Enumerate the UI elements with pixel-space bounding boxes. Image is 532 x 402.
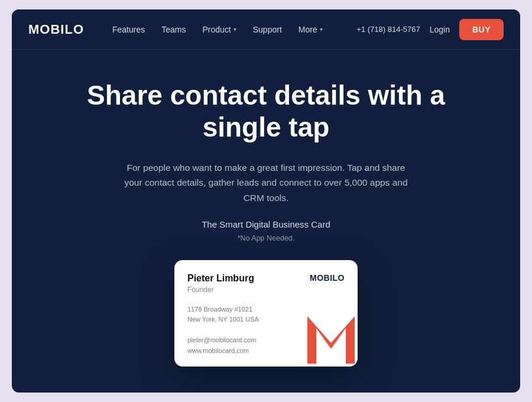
m-logo-icon (293, 302, 358, 367)
hero-subtitle: For people who want to make a great firs… (124, 160, 408, 206)
logo[interactable]: MOBILO (28, 22, 84, 37)
business-card: Pieter Limburg Founder MOBILO 1178 Broad… (174, 260, 358, 367)
nav-links: Features Teams Product ▾ Support More ▾ (105, 20, 356, 39)
card-identity: Pieter Limburg Founder (187, 273, 254, 294)
card-wrapper: Pieter Limburg Founder MOBILO 1178 Broad… (174, 260, 358, 367)
nav-right: +1 (718) 814-5767 Login BUY (356, 19, 504, 40)
hero-title: Share contact details with a single tap (65, 79, 467, 144)
buy-button[interactable]: BUY (459, 19, 504, 40)
browser-window: MOBILO Features Teams Product ▾ Support … (12, 9, 520, 393)
hero-note: *No App Needed. (238, 234, 295, 242)
navbar: MOBILO Features Teams Product ▾ Support … (12, 9, 520, 50)
login-link[interactable]: Login (430, 25, 450, 34)
hero-section: Share contact details with a single tap … (12, 50, 520, 393)
nav-teams[interactable]: Teams (154, 20, 193, 39)
hero-tagline: The Smart Digital Business Card (202, 219, 330, 229)
card-logo: MOBILO (310, 273, 345, 283)
card-decoration (293, 302, 358, 367)
chevron-down-icon: ▾ (233, 26, 236, 33)
card-name: Pieter Limburg (187, 273, 254, 284)
nav-features[interactable]: Features (105, 20, 152, 39)
chevron-down-icon-more: ▾ (320, 26, 323, 33)
nav-more[interactable]: More ▾ (291, 20, 330, 39)
card-role: Founder (187, 286, 254, 294)
phone-number: +1 (718) 814-5767 (356, 25, 420, 34)
card-top: Pieter Limburg Founder MOBILO (187, 273, 345, 294)
nav-product[interactable]: Product ▾ (195, 20, 243, 39)
nav-support[interactable]: Support (246, 20, 289, 39)
